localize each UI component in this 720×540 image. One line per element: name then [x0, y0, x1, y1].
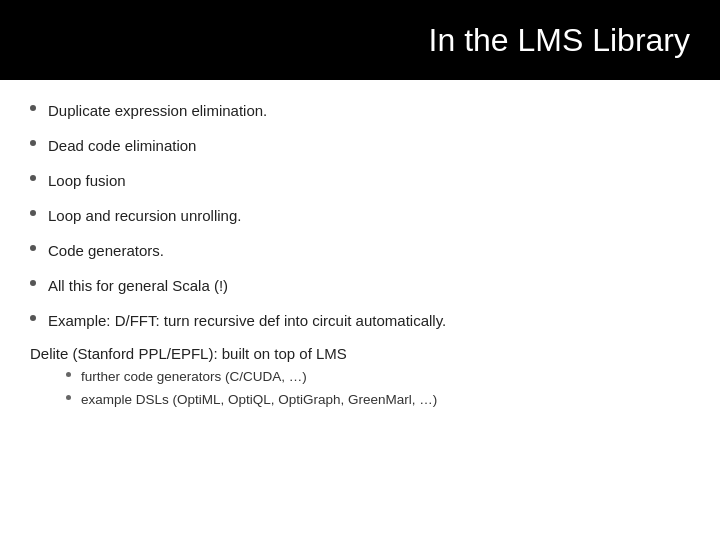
- sub-bullet-text: further code generators (C/CUDA, …): [81, 368, 307, 387]
- list-item: Loop and recursion unrolling.: [30, 205, 690, 226]
- bullet-text: Example: D/FFT: turn recursive def into …: [48, 310, 690, 331]
- bullet-icon: [30, 315, 36, 321]
- delite-header: Delite (Stanford PPL/EPFL): built on top…: [30, 345, 690, 362]
- slide-header: In the LMS Library: [0, 0, 720, 80]
- slide: In the LMS Library Duplicate expression …: [0, 0, 720, 540]
- bullet-icon: [30, 175, 36, 181]
- bullet-text: Loop fusion: [48, 170, 690, 191]
- main-bullet-list: Duplicate expression elimination. Dead c…: [30, 100, 690, 331]
- bullet-icon: [30, 210, 36, 216]
- list-item: example DSLs (OptiML, OptiQL, OptiGraph,…: [66, 391, 690, 410]
- sub-bullet-list: further code generators (C/CUDA, …) exam…: [30, 368, 690, 410]
- bullet-icon: [30, 105, 36, 111]
- bullet-text: Duplicate expression elimination.: [48, 100, 690, 121]
- bullet-text: Loop and recursion unrolling.: [48, 205, 690, 226]
- slide-content: Duplicate expression elimination. Dead c…: [0, 80, 720, 430]
- bullet-icon: [30, 280, 36, 286]
- list-item: Dead code elimination: [30, 135, 690, 156]
- bullet-text: Dead code elimination: [48, 135, 690, 156]
- slide-title: In the LMS Library: [429, 22, 690, 59]
- bullet-icon: [30, 245, 36, 251]
- sub-bullet-text: example DSLs (OptiML, OptiQL, OptiGraph,…: [81, 391, 437, 410]
- list-item: All this for general Scala (!): [30, 275, 690, 296]
- delite-section: Delite (Stanford PPL/EPFL): built on top…: [30, 345, 690, 410]
- sub-bullet-icon: [66, 372, 71, 377]
- list-item: Code generators.: [30, 240, 690, 261]
- list-item: Duplicate expression elimination.: [30, 100, 690, 121]
- bullet-text: Code generators.: [48, 240, 690, 261]
- sub-bullet-icon: [66, 395, 71, 400]
- list-item: Loop fusion: [30, 170, 690, 191]
- list-item: further code generators (C/CUDA, …): [66, 368, 690, 387]
- list-item: Example: D/FFT: turn recursive def into …: [30, 310, 690, 331]
- bullet-text: All this for general Scala (!): [48, 275, 690, 296]
- bullet-icon: [30, 140, 36, 146]
